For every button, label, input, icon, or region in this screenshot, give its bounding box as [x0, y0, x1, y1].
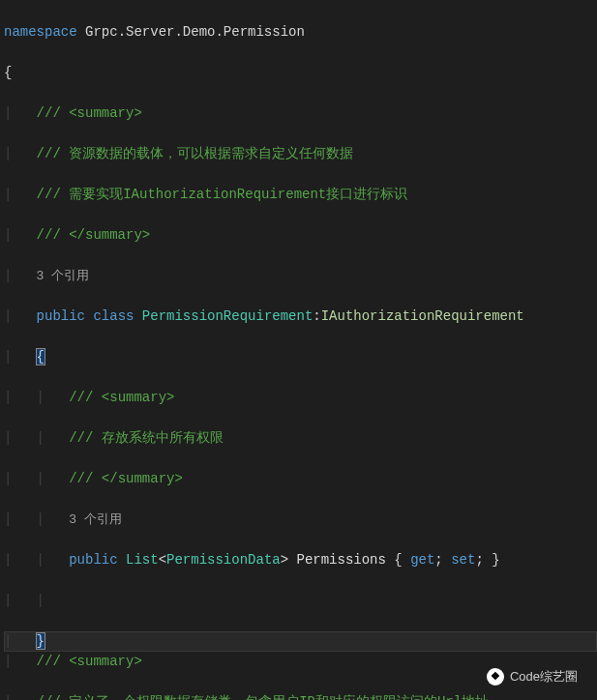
code-line: namespace Grpc.Server.Demo.Permission — [4, 22, 597, 43]
code-line: | /// 需要实现IAuthorizationRequirement接口进行标… — [4, 185, 597, 205]
code-line: | { — [4, 347, 597, 367]
watermark: ❖ Code综艺圈 — [487, 666, 578, 686]
current-line: | } — [4, 631, 597, 652]
code-line: | | 3 个引用 — [4, 510, 597, 530]
wechat-icon: ❖ — [487, 668, 504, 685]
watermark-text: Code综艺圈 — [510, 666, 578, 686]
code-line: | /// 资源数据的载体，可以根据需求自定义任何数据 — [4, 144, 597, 164]
code-line: | /// 定义了一个权限数据存储类，包含用户ID和对应的权限访问的Url地址 — [4, 692, 597, 700]
code-line: | /// <summary> — [4, 103, 597, 124]
interface-name: IAuthorizationRequirement — [321, 308, 524, 324]
property-name: Permissions — [297, 552, 386, 568]
code-line: | | /// <summary> — [4, 388, 597, 408]
keyword-namespace: namespace — [4, 24, 77, 40]
references-count[interactable]: 3 个引用 — [37, 269, 90, 283]
code-line: { — [4, 63, 597, 83]
class-name: PermissionRequirement — [142, 308, 313, 324]
code-line: | | /// 存放系统中所有权限 — [4, 428, 597, 449]
code-line: | 3 个引用 — [4, 266, 597, 286]
code-line: | | public List<PermissionData> Permissi… — [4, 550, 597, 570]
code-line: | /// </summary> — [4, 225, 597, 246]
code-editor[interactable]: namespace Grpc.Server.Demo.Permission { … — [0, 0, 597, 700]
code-line: | | — [4, 591, 597, 611]
brace-open: { — [37, 349, 45, 365]
brace-close: } — [37, 633, 45, 649]
code-line: | | /// </summary> — [4, 469, 597, 489]
references-count[interactable]: 3 个引用 — [69, 512, 122, 527]
code-line: | public class PermissionRequirement:IAu… — [4, 306, 597, 327]
